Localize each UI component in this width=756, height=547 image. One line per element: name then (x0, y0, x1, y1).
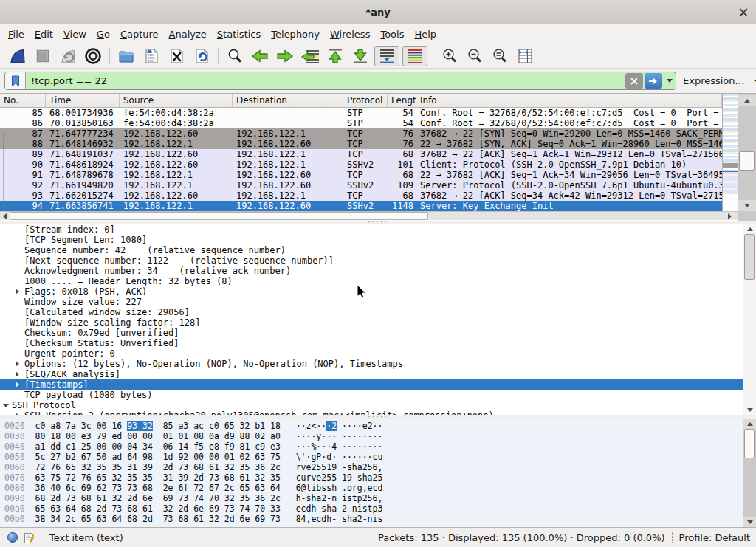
column-header-info[interactable]: Info (416, 94, 722, 107)
detail-line[interactable]: Flags: 0x018 (PSH, ACK) (0, 286, 743, 297)
save-file-icon[interactable]: 010101100011 (142, 47, 161, 66)
bytes-vscrollbar[interactable] (743, 419, 756, 527)
detail-line[interactable]: Options: (12 bytes), No-Operation (NOP),… (0, 359, 743, 369)
column-header-time[interactable]: Time (46, 94, 120, 107)
expert-info-icon[interactable] (7, 532, 18, 543)
close-file-icon[interactable] (167, 47, 186, 66)
column-header-destination[interactable]: Destination (233, 94, 343, 107)
hex-row-0080[interactable]: 0080 36 40 6c 69 62 73 73 68 2e 6f 72 67… (4, 483, 382, 493)
auto-scroll-button[interactable] (374, 46, 399, 66)
packet-row-91[interactable]: 9171.648789678192.168.122.1192.168.122.6… (0, 170, 722, 180)
go-first-packet-icon[interactable] (326, 47, 345, 66)
start-capture-icon[interactable] (8, 47, 27, 66)
hex-row-00b0[interactable]: 00b0 38 34 2c 65 63 64 68 2d 73 68 61 32… (4, 514, 382, 524)
detail-line[interactable]: SSH Protocol (0, 400, 743, 410)
menu-file[interactable]: File (3, 26, 30, 43)
title-bar[interactable]: *any × (0, 0, 756, 24)
menu-tools[interactable]: Tools (375, 26, 409, 43)
menu-telephony[interactable]: Telephony (266, 26, 325, 43)
zoom-in-icon[interactable] (440, 47, 459, 66)
detail-line[interactable]: Acknowledgment number: 34 (relative ack … (0, 266, 743, 276)
menu-go[interactable]: Go (92, 26, 115, 43)
go-back-icon[interactable] (250, 47, 269, 66)
hex-row-0090[interactable]: 0090 68 2d 73 68 61 32 2d 6e 69 73 74 70… (4, 493, 382, 503)
status-field-info: Text item (text) (49, 532, 123, 543)
menu-statistics[interactable]: Statistics (212, 26, 266, 43)
hex-row-0040[interactable]: 0040 a1 dd c1 25 00 00 04 34 06 14 f5 e8… (4, 441, 382, 452)
expander-expanded-icon[interactable] (3, 404, 9, 407)
details-vscrollbar[interactable] (743, 224, 756, 415)
detail-line[interactable]: 1000 .... = Header Length: 32 bytes (8) (0, 276, 743, 286)
stop-capture-icon[interactable] (33, 47, 52, 66)
colorize-button[interactable] (402, 46, 427, 66)
expander-collapsed-icon[interactable] (16, 289, 19, 295)
expression-button[interactable]: Expression… (683, 75, 745, 86)
column-header-protocol[interactable]: Protocol (343, 94, 388, 107)
hex-row-0030[interactable]: 0030 80 18 00 e3 79 ed 00 00 01 01 08 0a… (4, 431, 382, 441)
find-packet-icon[interactable] (225, 47, 244, 66)
resize-columns-icon[interactable] (515, 47, 535, 66)
detail-line[interactable]: [Stream index: 0] (0, 224, 743, 235)
packet-row-89[interactable]: 8971.648191037192.168.122.60192.168.122.… (0, 149, 722, 159)
packet-row-94[interactable]: 9471.663856741192.168.122.1192.168.122.6… (0, 201, 722, 211)
filter-bookmark-button[interactable] (5, 72, 26, 89)
column-header-source[interactable]: Source (120, 94, 233, 107)
menu-analyze[interactable]: Analyze (164, 26, 212, 43)
status-profile[interactable]: Profile: Default (679, 532, 750, 543)
filter-apply-button[interactable] (645, 73, 662, 89)
display-filter-input[interactable]: !tcp.port == 22 (4, 72, 676, 90)
zoom-reset-icon[interactable] (490, 47, 509, 66)
packet-row-87[interactable]: 8771.647777234192.168.122.60192.168.122.… (0, 128, 722, 139)
hex-row-0060[interactable]: 0060 72 76 65 32 35 35 31 39 2d 73 68 61… (4, 462, 382, 472)
detail-line[interactable]: TCP payload (1080 bytes) (0, 390, 743, 400)
filter-value[interactable]: !tcp.port == 22 (26, 72, 625, 89)
packet-row-86[interactable]: 8670.013850163fe:54:00:d4:38:2aSTP54Conf… (0, 118, 722, 128)
detail-line[interactable]: [Timestamps] (0, 379, 743, 390)
packet-list-vscrollbar[interactable] (738, 94, 756, 221)
go-last-packet-icon[interactable] (351, 47, 370, 66)
menu-capture[interactable]: Capture (115, 26, 164, 43)
detail-line[interactable]: [Checksum Status: Unverified] (0, 338, 743, 348)
detail-line[interactable]: Window size value: 227 (0, 297, 743, 307)
packet-row-92[interactable]: 9271.661949820192.168.122.1192.168.122.6… (0, 180, 722, 190)
detail-line[interactable]: [Next sequence number: 1122 (relative se… (0, 255, 743, 266)
hex-row-0070[interactable]: 0070 63 75 72 76 65 32 35 35 31 39 2d 73… (4, 472, 382, 483)
hex-row-0020[interactable]: 0020 c0 a8 7a 3c 00 16 93 32 85 a3 ac c0… (4, 421, 382, 431)
menu-wireless[interactable]: Wireless (325, 26, 375, 43)
packet-bytes-pane[interactable]: 0020 c0 a8 7a 3c 00 16 93 32 85 a3 ac c0… (0, 419, 756, 527)
detail-line[interactable]: [TCP Segment Len: 1080] (0, 235, 743, 245)
zoom-out-icon[interactable] (465, 47, 484, 66)
detail-line[interactable]: Urgent pointer: 0 (0, 348, 743, 359)
column-header-length[interactable]: Length (388, 94, 416, 107)
detail-line[interactable]: [Window size scaling factor: 128] (0, 317, 743, 328)
go-forward-icon[interactable] (275, 47, 295, 66)
detail-line[interactable]: [SEQ/ACK analysis] (0, 369, 743, 379)
column-header-no[interactable]: No. (0, 94, 46, 107)
filter-clear-button[interactable] (625, 73, 643, 89)
capture-options-icon[interactable] (83, 47, 103, 66)
hex-row-0050[interactable]: 0050 5c 27 b2 67 50 ad 64 98 1d 92 00 00… (4, 452, 382, 462)
packet-row-93[interactable]: 9371.662015274192.168.122.60192.168.122.… (0, 190, 722, 201)
menu-view[interactable]: View (58, 26, 92, 43)
detail-line[interactable]: Sequence number: 42 (relative sequence n… (0, 245, 743, 255)
detail-line[interactable]: [Calculated window size: 29056] (0, 307, 743, 317)
hex-row-00a0[interactable]: 00a0 65 63 64 68 2d 73 68 61 32 2d 6e 69… (4, 503, 382, 514)
expander-collapsed-icon[interactable] (16, 371, 19, 377)
expander-collapsed-icon[interactable] (16, 382, 19, 388)
menu-help[interactable]: Help (409, 26, 441, 43)
capture-comment-icon[interactable] (24, 532, 34, 543)
packet-minimap-scrollbar[interactable] (722, 94, 738, 212)
close-icon[interactable]: × (737, 3, 750, 21)
packet-row-88[interactable]: 8871.648146932192.168.122.1192.168.122.6… (0, 139, 722, 149)
menu-edit[interactable]: Edit (30, 26, 58, 43)
filter-dropdown-caret[interactable] (663, 72, 676, 89)
packet-row-90[interactable]: 9071.648618924192.168.122.60192.168.122.… (0, 159, 722, 170)
detail-line[interactable]: Checksum: 0x79ed [unverified] (0, 328, 743, 338)
packet-row-85[interactable]: 8568.001734936fe:54:00:d4:38:2aSTP54Conf… (0, 108, 722, 118)
reload-file-icon[interactable] (192, 47, 211, 66)
go-to-packet-icon[interactable] (300, 47, 320, 66)
expander-collapsed-icon[interactable] (16, 361, 19, 367)
restart-capture-icon[interactable] (58, 47, 78, 66)
filter-add-button[interactable]: + (753, 74, 756, 88)
open-file-icon[interactable] (117, 47, 136, 66)
